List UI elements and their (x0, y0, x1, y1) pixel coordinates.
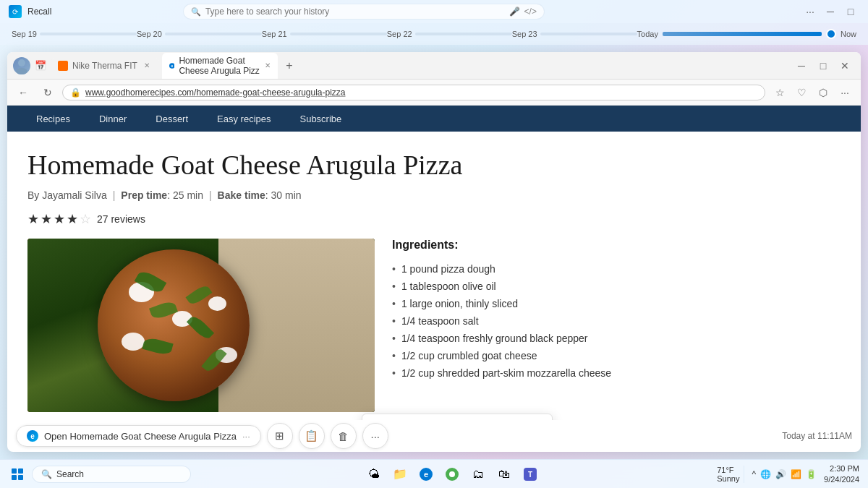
microphone-icon[interactable]: 🎤 (509, 7, 520, 17)
meta-separator: | (113, 189, 116, 201)
site-nav: Recipes Dinner Dessert Easy recipes Subs… (7, 106, 861, 132)
calendar-icon[interactable]: 📅 (33, 59, 48, 73)
search-label: Search (56, 469, 84, 479)
timeline-segment (40, 33, 137, 35)
list-item: •1 tablespoon olive oil (392, 278, 841, 295)
taskbar-chrome-icon[interactable] (441, 463, 464, 486)
new-tab-button[interactable]: + (281, 57, 298, 74)
recall-title: Recall (27, 7, 51, 17)
extensions-icon[interactable]: ⬡ (813, 82, 833, 103)
recipe-stars: ★ ★ ★ ★ ☆ 27 reviews (27, 211, 841, 227)
browser-maximize-button[interactable]: □ (813, 56, 833, 76)
ellipsis-icon: ··· (242, 431, 250, 442)
refresh-button[interactable]: ↻ (38, 82, 58, 103)
search-icon: 🔍 (41, 469, 52, 479)
main-area: 📅 Nike Therma FIT ✕ e Homemade Goat Chee… (0, 45, 868, 459)
start-button[interactable] (6, 463, 29, 486)
taskbar-teams-icon[interactable]: T (519, 463, 542, 486)
collections-icon[interactable]: ♡ (791, 82, 812, 103)
nav-easy-recipes[interactable]: Easy recipes (203, 106, 285, 132)
tab-recipe[interactable]: e Homemade Goat Cheese Arugula Pizz ✕ (162, 53, 278, 79)
meta-separator: | (209, 189, 212, 201)
action-timestamp: Today at 11:11AM (782, 431, 852, 441)
edge-logo-icon: e (27, 430, 38, 442)
battery-icon[interactable]: 🔋 (804, 468, 818, 481)
more-options-button[interactable]: ··· (801, 3, 819, 20)
more-actions-button[interactable]: ··· (362, 423, 388, 449)
action-bar: e Open Homemade Goat Cheese Arugula Pizz… (7, 420, 861, 452)
browser-navbar: ← ↻ 🔒 www.goodhomerecipes.com/homemade-g… (7, 80, 861, 106)
network-icon[interactable]: 📶 (789, 468, 803, 481)
favorites-icon[interactable]: ☆ (770, 82, 790, 103)
timeline-active-segment (663, 32, 822, 36)
code-icon[interactable]: </> (524, 7, 537, 17)
context-menu-delete-edge[interactable]: e Delete all from Edge (362, 417, 552, 420)
taskbar-store-icon[interactable]: 🛍 (493, 463, 516, 486)
copy-button[interactable]: 📋 (299, 423, 325, 449)
svg-point-1 (16, 68, 27, 74)
timeline-item-sep23[interactable]: Sep 23 (512, 30, 637, 38)
screenshot-button[interactable]: ⊞ (267, 423, 293, 449)
taskbar-widgets-icon[interactable]: 🌤 (362, 463, 386, 486)
titlebar-controls: ··· ─ □ (801, 3, 859, 20)
recall-search-input[interactable] (205, 7, 505, 17)
taskbar: 🔍 Search 🌤 📁 e 🗂 🛍 T 71°F Sunny ^ 🌐 🔊 📶 … (0, 459, 868, 488)
nav-recipes[interactable]: Recipes (22, 106, 85, 132)
taskbar-folder-icon[interactable]: 🗂 (467, 463, 490, 486)
list-item: •1/4 teaspoon salt (392, 312, 841, 330)
taskbar-edge-icon[interactable]: e (414, 463, 438, 486)
star-3: ★ (54, 211, 65, 227)
taskbar-clock[interactable]: 2:30 PM 9/24/2024 (821, 463, 862, 484)
list-item: •1/2 cup crumbled goat cheese (392, 347, 841, 364)
ingredients-section: Ingredients: •1 pound pizza dough •1 tab… (392, 239, 841, 412)
speaker-icon[interactable]: 🔊 (774, 468, 788, 481)
timeline-item-sep20[interactable]: Sep 20 (137, 30, 262, 38)
ingredients-heading: Ingredients: (392, 239, 841, 252)
tab-close-button[interactable]: ✕ (265, 61, 271, 71)
timeline-today-label: Today (637, 30, 658, 38)
tray-chevron-icon[interactable]: ^ (750, 468, 757, 481)
nav-subscribe[interactable]: Subscribe (285, 106, 356, 132)
star-2: ★ (41, 211, 52, 227)
back-button[interactable]: ← (13, 82, 33, 103)
star-1: ★ (27, 211, 39, 227)
recipe-body: Ingredients: •1 pound pizza dough •1 tab… (27, 239, 841, 412)
recipe-author: By Jayamali Silva (27, 189, 107, 201)
bake-time-label: Bake time: 30 min (218, 189, 302, 201)
language-icon[interactable]: 🌐 (759, 468, 773, 481)
timeline-item-sep22[interactable]: Sep 22 (387, 30, 512, 38)
nav-dinner[interactable]: Dinner (85, 106, 141, 132)
timeline-item-sep21[interactable]: Sep 21 (262, 30, 387, 38)
open-page-button[interactable]: e Open Homemade Goat Cheese Arugula Pizz… (16, 425, 261, 447)
windows-logo-icon (12, 468, 23, 480)
more-button[interactable]: ··· (835, 82, 855, 103)
taskbar-files-icon[interactable]: 📁 (388, 463, 412, 486)
star-4: ★ (67, 211, 78, 227)
tab-close-button[interactable]: ✕ (142, 61, 152, 71)
maximize-button[interactable]: □ (842, 3, 859, 20)
minimize-button[interactable]: ─ (822, 3, 839, 20)
browser-minimize-button[interactable]: ─ (791, 56, 812, 76)
nav-dessert[interactable]: Dessert (141, 106, 203, 132)
recall-search-bar[interactable]: 🔍 🎤 </> (183, 4, 545, 20)
recipe-title: Homemade Goat Cheese Arugula Pizza (27, 149, 841, 181)
svg-point-0 (18, 59, 25, 67)
timeline-now-dot (826, 29, 836, 39)
timeline-date: Sep 21 (262, 30, 287, 38)
recipe-meta: By Jayamali Silva | Prep time: 25 min | … (27, 189, 841, 201)
list-item: •1/4 teaspoon freshly ground black peppe… (392, 330, 841, 347)
timeline-item-sep19[interactable]: Sep 19 (12, 30, 137, 38)
timeline-item-today[interactable]: Today Now (637, 29, 856, 39)
tab-nike[interactable]: Nike Therma FIT ✕ (51, 58, 159, 74)
clock-time: 2:30 PM (824, 463, 859, 474)
system-tray: ^ 🌐 🔊 📶 🔋 (750, 468, 818, 481)
svg-text:e: e (424, 470, 428, 479)
tab-label: Nike Therma FIT (72, 61, 137, 71)
browser-close-button[interactable]: ✕ (835, 56, 855, 76)
browser-titlebar: 📅 Nike Therma FIT ✕ e Homemade Goat Chee… (7, 52, 861, 80)
delete-button[interactable]: 🗑 (331, 423, 357, 449)
weather-description: Sunny (717, 474, 739, 483)
clock-date: 9/24/2024 (824, 474, 859, 484)
taskbar-search[interactable]: 🔍 Search (32, 466, 191, 483)
address-bar[interactable]: 🔒 www.goodhomerecipes.com/homemade-goat-… (62, 85, 765, 100)
